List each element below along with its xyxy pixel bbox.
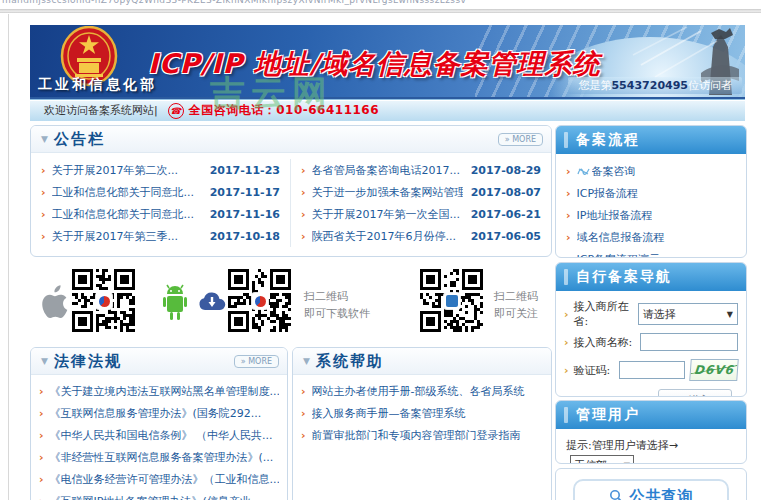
announcement-date: 2017-06-21 [463,208,541,221]
announcement-link[interactable]: 关于进一步加强未备案网站管理... [312,185,463,200]
announcement-link[interactable]: 陕西省关于2017年6月份停... [312,229,456,244]
arrow-bullet-icon: › [301,164,306,177]
announcement-link[interactable]: 关于开展2017年第二次... [52,163,178,178]
isp-name-row: › 接入商名称: [556,329,746,355]
arrow-bullet-icon: › [566,253,571,259]
announcement-link[interactable]: 工业和信息化部关于同意北... [52,207,195,222]
announcement-date: 2017-10-18 [202,230,280,243]
process-link[interactable]: 域名信息报备流程 [577,230,665,245]
process-row: ›域名信息报备流程 [556,227,746,247]
law-row: ›《关于建立境内违法互联网站黑名单管理制度... [31,380,287,402]
help-header: ▼ 系统帮助 [293,348,551,375]
welcome-bar: 欢迎访问备案系统网站| ☎ 全国咨询电话：010-66411166 [30,99,745,121]
arrow-bullet-icon: › [301,429,306,442]
arrow-bullet-icon: › [566,209,571,222]
announcement-date: 2017-06-05 [463,230,541,243]
public-query-label: 公共查询 [630,487,694,500]
process-panel: 备案流程 › 备案咨询 ›ICP报备流程 ›IP地址报备流程 ›域名信息报备流程… [555,125,747,258]
cloud-download-icon [198,292,226,312]
arrow-bullet-icon: › [564,336,569,349]
qr-code-follow [420,269,484,333]
qr-code-android-download [228,269,292,333]
process-link[interactable]: ICP报备流程 [577,186,639,201]
province-select[interactable]: 请选择 ▼ [638,303,738,325]
arrow-bullet-icon: › [564,364,569,377]
law-link[interactable]: 《中华人民共和国电信条例》 （中华人民共... [50,428,273,443]
arrow-bullet-icon: › [564,308,569,321]
announcement-link[interactable]: 各省管局备案咨询电话2017... [312,163,460,178]
visitor-count: 5543720495 [611,79,688,92]
page: mandinjssccsionid-hZ7opyQzWhdS3-PKZES-Zi… [0,0,761,500]
arrow-bullet-icon: › [301,385,306,398]
announcement-date: 2017-08-07 [463,186,541,199]
announcement-date: 2017-11-23 [202,164,280,177]
qr-code-ios-download [72,269,136,333]
site-title: ICP/IP 地址/域名信息备案管理系统 [148,46,601,82]
announcement-link[interactable]: 关于开展2017年第一次全国... [312,207,460,222]
help-link[interactable]: 网站主办者使用手册-部级系统、各省局系统 [312,384,525,399]
arrow-bullet-icon: › [41,230,46,243]
announcement-more-button[interactable]: » MORE [498,133,543,146]
app-logo-icon [96,293,112,309]
law-link[interactable]: 《电信业务经营许可管理办法》（工业和信息... [50,472,279,487]
wechat-account-logo-icon [444,293,460,309]
help-link[interactable]: 接入服务商手册—备案管理系统 [312,406,466,421]
announcement-link[interactable]: 关于开展2017年第三季... [52,229,178,244]
process-link[interactable]: ICP备案流程演示 [577,252,661,259]
announcement-row: ›关于进一步加强未备案网站管理...2017-08-07 [291,181,551,203]
top-divider [0,9,761,13]
qr-follow-caption: 扫二维码 即可关注 [494,288,538,322]
isp-name-input[interactable] [640,333,738,351]
law-link[interactable]: 《互联网IP地址备案管理办法》(信息产业... [50,494,262,500]
search-icon [609,489,624,500]
admin-select[interactable]: 工信部▼ [570,455,634,464]
arrow-bullet-icon: › [301,208,306,221]
ministry-name: 工业和信息化部 [38,76,157,94]
announcement-row: ›陕西省关于2017年6月份停...2017-06-05 [291,225,551,247]
arrow-bullet-icon: › [301,186,306,199]
self-nav-panel: 自行备案导航 › 接入商所在省: 请选择 ▼ › 接入商名称: › 验证码: D… [555,262,747,397]
triangle-icon: ▼ [303,356,310,366]
announcement-date: 2017-08-29 [463,164,541,177]
qr-download-caption: 扫二维码 即可下载软件 [304,288,370,322]
arrow-bullet-icon: › [39,407,44,420]
arrow-bullet-icon: › [39,429,44,442]
new-icon [577,166,590,177]
laws-more-button[interactable]: » MORE [234,355,279,368]
visitor-counter: 您是第5543720495位访问者 [568,77,742,94]
public-query-panel: 公共查询 [555,468,747,500]
laws-header: ▼ 法律法规 » MORE [31,348,287,375]
province-row: › 接入商所在省: 请选择 ▼ [556,301,746,327]
admin-title: 管理用户 [576,406,640,424]
process-link[interactable]: IP地址报备流程 [577,208,653,223]
law-row: ›《互联网IP地址备案管理办法》(信息产业... [31,490,287,500]
hotline-text: 全国咨询电话：010-66411166 [189,102,379,119]
captcha-row: › 验证码: D6V6 [556,357,746,383]
law-link[interactable]: 《非经营性互联网信息服务备案管理办法》(... [50,450,274,465]
captcha-image: D6V6 [689,359,739,381]
enter-button[interactable]: › 进入 [658,389,732,397]
announcement-body: ›关于开展2017年第二次...2017-11-23 ›工业和信息化部关于同意北… [31,153,551,247]
law-link[interactable]: 《互联网信息服务管理办法》(国务院292... [50,406,262,421]
arrow-bullet-icon: › [680,394,685,397]
arrow-bullet-icon: › [566,165,571,178]
law-row: ›《电信业务经营许可管理办法》（工业和信息... [31,468,287,490]
announcement-panel: ▼ 公告栏 » MORE ›关于开展2017年第二次...2017-11-23 … [30,125,552,257]
help-link[interactable]: 前置审批部门和专项内容管理部门登录指南 [312,428,521,443]
announcement-link[interactable]: 工业和信息化部关于同意北... [52,185,195,200]
law-link[interactable]: 《关于建立境内违法互联网站黑名单管理制度... [50,384,279,399]
announcement-row: ›关于开展2017年第一次全国...2017-06-21 [291,203,551,225]
captcha-input[interactable] [619,361,685,379]
law-row: ›《非经营性互联网信息服务备案管理办法》(... [31,446,287,468]
android-icon [156,284,194,324]
self-nav-title: 自行备案导航 [576,268,672,286]
admin-hint-prefix: 提示:管理用户请选择→ [566,439,678,452]
law-row: ›《中华人民共和国电信条例》 （中华人民共... [31,424,287,446]
process-link[interactable]: 备案咨询 [592,164,636,179]
welcome-text: 欢迎访问备案系统网站| [44,103,158,118]
header-accent-bar [564,132,568,148]
header-accent-bar [564,407,568,423]
help-row: ›前置审批部门和专项内容管理部门登录指南 [293,424,551,446]
admin-header: 管理用户 [556,401,746,429]
public-query-button[interactable]: 公共查询 [573,479,729,500]
